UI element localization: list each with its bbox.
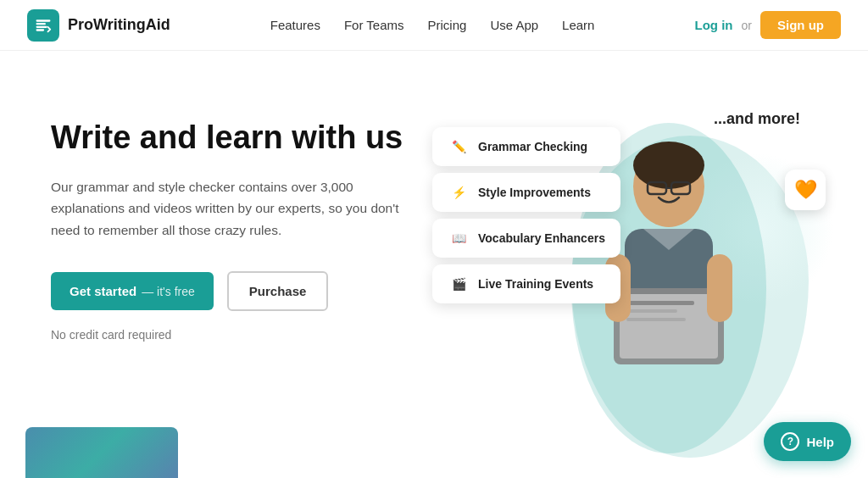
help-button[interactable]: ? Help <box>764 422 851 461</box>
nav-pricing[interactable]: Pricing <box>428 18 467 32</box>
login-button[interactable]: Log in <box>695 18 733 32</box>
hero-description: Our grammar and style checker contains o… <box>51 176 407 242</box>
svg-rect-13 <box>707 254 732 322</box>
feature-cards: ✏️ Grammar Checking ⚡ Style Improvements… <box>432 127 620 303</box>
feature-card-vocabulary: 📖 Vocabulary Enhancers <box>432 219 620 258</box>
grammar-icon: ✏️ <box>448 136 470 158</box>
vocabulary-label: Vocabulary Enhancers <box>478 231 605 245</box>
svg-rect-11 <box>626 318 686 321</box>
feature-card-grammar: ✏️ Grammar Checking <box>432 127 620 166</box>
nav-learn[interactable]: Learn <box>562 18 594 32</box>
help-label: Help <box>806 435 834 449</box>
feature-card-style: ⚡ Style Improvements <box>432 173 620 212</box>
signup-button[interactable]: Sign up <box>760 11 841 39</box>
nav-for-teams[interactable]: For Teams <box>344 18 404 32</box>
vocabulary-icon: 📖 <box>448 227 470 249</box>
logo[interactable]: ProWritingAid <box>27 9 170 42</box>
nav-auth: Log in or Sign up <box>695 11 841 39</box>
get-started-button[interactable]: Get started — it's free <box>51 272 214 310</box>
help-icon: ? <box>781 432 799 451</box>
logo-text: ProWritingAid <box>68 16 170 34</box>
nav-features[interactable]: Features <box>270 18 320 32</box>
hero-left: Write and learn with us Our grammar and … <box>51 102 458 342</box>
training-icon: 🎬 <box>448 273 470 295</box>
hero-title: Write and learn with us <box>51 119 458 158</box>
navbar: ProWritingAid Features For Teams Pricing… <box>0 0 868 51</box>
training-label: Live Training Events <box>478 277 593 291</box>
style-label: Style Improvements <box>478 186 591 199</box>
and-more-text: ...and more! <box>714 110 800 128</box>
bottom-thumbnail <box>25 427 178 478</box>
heart-badge: 🧡 <box>785 170 826 210</box>
svg-point-2 <box>633 142 704 189</box>
hero-section: Write and learn with us Our grammar and … <box>0 51 868 478</box>
grammar-label: Grammar Checking <box>478 140 587 153</box>
logo-icon <box>27 9 59 42</box>
nav-links: Features For Teams Pricing Use App Learn <box>270 18 595 33</box>
purchase-button[interactable]: Purchase <box>227 271 329 311</box>
hero-right: ...and more! 🧡 <box>458 102 817 475</box>
svg-rect-9 <box>626 301 694 305</box>
hero-cta: Get started — it's free Purchase <box>51 271 458 311</box>
nav-or-text: or <box>742 19 752 32</box>
feature-card-training: 🎬 Live Training Events <box>432 264 620 303</box>
no-credit-text: No credit card required <box>51 328 458 342</box>
svg-rect-10 <box>626 309 677 313</box>
style-icon: ⚡ <box>448 181 470 203</box>
nav-use-app[interactable]: Use App <box>490 18 538 32</box>
